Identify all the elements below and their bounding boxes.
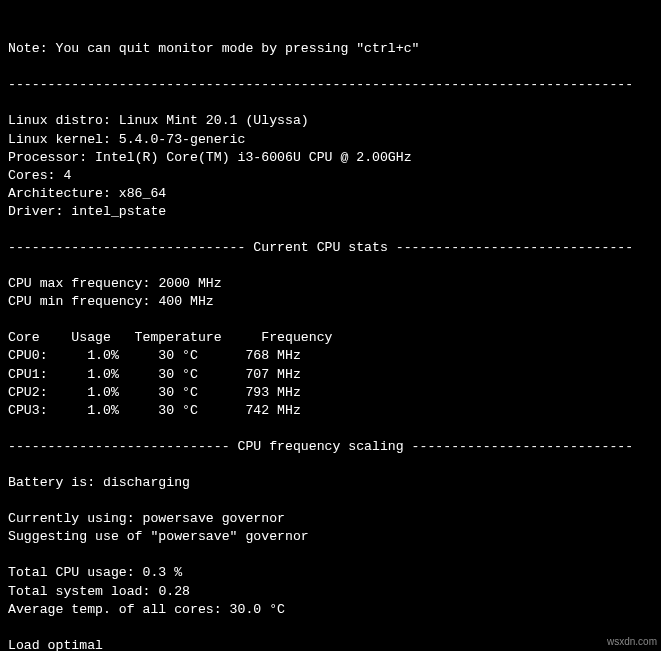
core-table-row: CPU3: 1.0% 30 °C 742 MHz — [8, 403, 301, 418]
avg-temp-label: Average temp. of all cores: — [8, 602, 230, 617]
kernel-label: Linux kernel: — [8, 132, 119, 147]
driver-value: intel_pstate — [71, 204, 166, 219]
divider-scaling: ---------------------------- CPU frequen… — [8, 439, 633, 454]
cores-label: Cores: — [8, 168, 63, 183]
distro-value: Linux Mint 20.1 (Ulyssa) — [119, 113, 309, 128]
cpu-max-label: CPU max frequency: — [8, 276, 158, 291]
total-usage-label: Total CPU usage: — [8, 565, 143, 580]
arch-value: x86_64 — [119, 186, 166, 201]
processor-value: Intel(R) Core(TM) i3-6006U CPU @ 2.00GHz — [95, 150, 412, 165]
divider-stats: ------------------------------ Current C… — [8, 240, 633, 255]
load-status: Load optimal — [8, 638, 103, 651]
processor-label: Processor: — [8, 150, 95, 165]
core-table-row: CPU2: 1.0% 30 °C 793 MHz — [8, 385, 301, 400]
watermark: wsxdn.com — [607, 635, 657, 649]
kernel-value: 5.4.0-73-generic — [119, 132, 246, 147]
divider: ----------------------------------------… — [8, 77, 633, 92]
cpu-max-value: 2000 MHz — [158, 276, 221, 291]
arch-label: Architecture: — [8, 186, 119, 201]
driver-label: Driver: — [8, 204, 71, 219]
governor-suggest: Suggesting use of "powersave" governor — [8, 529, 309, 544]
note-line: Note: You can quit monitor mode by press… — [8, 41, 420, 56]
battery-value: discharging — [103, 475, 190, 490]
cores-value: 4 — [63, 168, 71, 183]
core-table-row: CPU0: 1.0% 30 °C 768 MHz — [8, 348, 301, 363]
cpu-min-label: CPU min frequency: — [8, 294, 158, 309]
governor-current: Currently using: powersave governor — [8, 511, 285, 526]
distro-label: Linux distro: — [8, 113, 119, 128]
core-table-row: CPU1: 1.0% 30 °C 707 MHz — [8, 367, 301, 382]
cpu-min-value: 400 MHz — [158, 294, 213, 309]
avg-temp-value: 30.0 °C — [230, 602, 285, 617]
total-load-value: 0.28 — [158, 584, 190, 599]
core-table-header: Core Usage Temperature Frequency — [8, 330, 332, 345]
total-load-label: Total system load: — [8, 584, 158, 599]
battery-label: Battery is: — [8, 475, 103, 490]
total-usage-value: 0.3 % — [143, 565, 183, 580]
